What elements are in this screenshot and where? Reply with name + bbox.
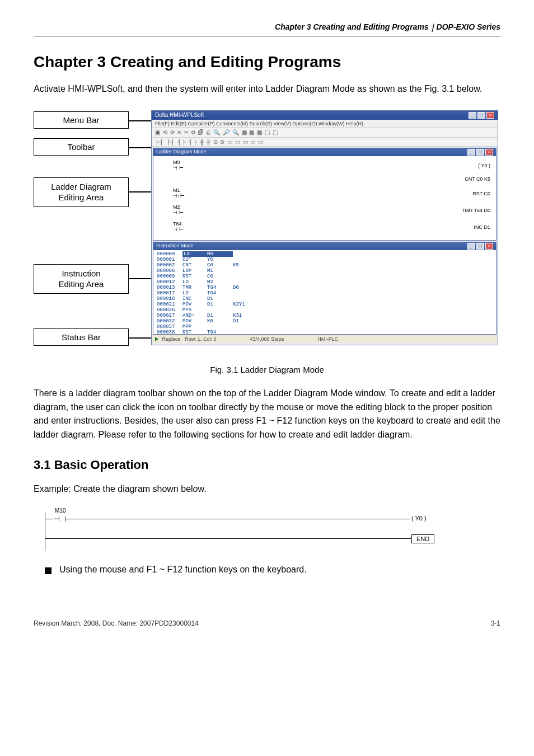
instruction-row: 000021MOVD1K2Y1 — [157, 302, 493, 307]
instruction-row: 000013TMRT64D0 — [157, 285, 493, 290]
chapter-title: Chapter 3 Creating and Editing Programs — [34, 53, 500, 71]
ladder-title-text: Ladder Diagram Mode — [156, 149, 207, 156]
instruction-row: 000018INCD1 — [157, 296, 493, 302]
label-line2: Editing Area — [59, 279, 104, 289]
wire — [45, 538, 411, 539]
instruction-row: 000006LDPM1 — [157, 268, 493, 274]
toolbar-row-2[interactable]: ├┤ ├┤ ┤├ ┤├ ╫ ╫ ⊙ ⊖ ▭ ▭ ▭ ▭ ▭ — [152, 138, 498, 147]
ladder-instr: TMR T64 D0 — [462, 208, 490, 213]
close-icon[interactable]: × — [486, 112, 494, 119]
contact-label: T64 — [173, 221, 182, 227]
label-toolbar: Toolbar — [34, 138, 129, 156]
label-instruction-area: Instruction Editing Area — [34, 264, 129, 294]
wire — [45, 519, 53, 519]
instruction-row: 000037MPP — [157, 324, 493, 330]
label-line1: Ladder Diagram — [51, 182, 111, 191]
menu-bar[interactable]: File(F) Edit(E) Compiler(P) Comments(M) … — [152, 120, 498, 128]
ladder-coil: ( Y0 ) — [478, 163, 490, 168]
instruction-row: 000026MPS — [157, 307, 493, 313]
contact-label: M1 — [173, 187, 180, 193]
contact-label: M2 — [173, 204, 180, 210]
instruction-row: 000032MOVK0D1 — [157, 318, 493, 324]
example-end: END — [411, 534, 434, 543]
label-ladder-area: Ladder Diagram Editing Area — [34, 177, 129, 207]
ladder-contact: M1⊣↑⊢ — [173, 187, 185, 199]
status-position: Row: 1, Col: 0 — [185, 336, 217, 342]
close-icon[interactable]: × — [485, 243, 493, 250]
label-menu-bar: Menu Bar — [34, 111, 129, 129]
square-bullet-icon — [45, 567, 51, 574]
instruction-window: Instruction Mode _ □ × 000000LDM0000001O… — [153, 242, 496, 335]
label-line1: Instruction — [62, 269, 100, 278]
ladder-instr: RST C0 — [472, 191, 490, 196]
instruction-row: 000000LDM0 — [157, 251, 493, 257]
label-line2: Editing Area — [59, 192, 104, 202]
contact-label: M0 — [173, 159, 180, 165]
rail-left — [45, 512, 45, 551]
body-paragraph: There is a ladder diagram toolbar shown … — [34, 387, 500, 442]
running-header: Chapter 3 Creating and Editing Programs｜… — [34, 22, 500, 36]
ladder-contact: M0⊣ ⊢ — [173, 159, 184, 171]
maximize-icon[interactable]: □ — [477, 112, 485, 119]
ladder-window: Ladder Diagram Mode _ □ × M0⊣ ⊢ ( Y0 ) C… — [153, 148, 496, 241]
status-mode: Replace — [162, 336, 181, 342]
instruction-row: 000027AND=D1K31 — [157, 313, 493, 318]
window-controls: _ □ × — [467, 243, 493, 250]
status-steps: 43/4,000 Steps — [250, 336, 284, 342]
instruction-row: 000038RSTT64 — [157, 330, 493, 334]
instruction-editing-area[interactable]: 000000LDM0000001OUTY0000002CNTC0K5000006… — [153, 250, 496, 334]
instruction-row: 000017LDT64 — [157, 290, 493, 296]
window-controls: _ □ × — [469, 112, 494, 119]
window-controls: _ □ × — [467, 149, 493, 156]
ladder-instr: INC D1 — [474, 224, 490, 230]
maximize-icon[interactable]: □ — [476, 149, 484, 156]
minimize-icon[interactable]: _ — [469, 112, 476, 119]
bullet-text: Using the mouse and F1 ~ F12 function ke… — [59, 565, 307, 575]
footer-revision: Revision March, 2008, Doc. Name: 2007PDD… — [34, 619, 199, 627]
play-icon — [155, 337, 158, 341]
ladder-contact: T64⊣ ⊢ — [173, 221, 184, 232]
bullet-item: Using the mouse and F1 ~ F12 function ke… — [45, 565, 500, 575]
page-footer: Revision March, 2008, Doc. Name: 2007PDD… — [34, 619, 500, 627]
instruction-window-title: Instruction Mode _ □ × — [153, 242, 496, 250]
app-title: Delta HMI-WPLSoft — [155, 112, 204, 118]
minimize-icon[interactable]: _ — [467, 243, 475, 250]
figure-caption: Fig. 3.1 Ladder Diagram Mode — [34, 365, 500, 374]
ladder-editing-area[interactable]: M0⊣ ⊢ ( Y0 ) CNT C0 K5 M1⊣↑⊢ RST C0 M2⊣ … — [153, 156, 496, 240]
example-coil: ( Y0 ) — [411, 515, 427, 522]
instr-title-text: Instruction Mode — [156, 243, 194, 250]
example-intro: Example: Create the diagram shown below. — [34, 482, 500, 496]
window-titlebar: Delta HMI-WPLSoft _ □ × — [152, 111, 498, 120]
ladder-instr: CNT C0 K5 — [465, 176, 490, 182]
instruction-row: 000009RSTC0 — [157, 274, 493, 279]
app-screenshot: Delta HMI-WPLSoft _ □ × File(F) Edit(E) … — [151, 110, 498, 345]
intro-paragraph: Activate HMI-WPLSoft, and then the syste… — [34, 82, 500, 96]
minimize-icon[interactable]: _ — [467, 149, 475, 156]
close-icon[interactable]: × — [485, 149, 493, 156]
toolbar-row-1[interactable]: ▣ ⟲ ⟳ ✕ ✂ ⧉ 🗐 ⎙ 🔍 🔎 🔍 ▦ ▦ ▦ ⬚ ⬚ — [152, 128, 498, 138]
example-ladder-diagram: M10 ⊣ ⊢ ( Y0 ) END — [45, 508, 459, 552]
example-contact-label: M10 — [55, 508, 65, 514]
instruction-row: 000012LDM2 — [157, 279, 493, 285]
maximize-icon[interactable]: □ — [476, 243, 484, 250]
status-connection: HMI-PLC — [317, 336, 338, 342]
ladder-contact: M2⊣ ⊢ — [173, 204, 184, 215]
wire — [68, 519, 410, 519]
figure-3-1: Menu Bar Toolbar Ladder Diagram Editing … — [34, 110, 500, 356]
status-bar: Replace Row: 1, Col: 0 43/4,000 Steps HM… — [152, 335, 498, 343]
instruction-row: 000002CNTC0K5 — [157, 262, 493, 268]
footer-page-number: 3-1 — [491, 619, 500, 627]
section-title: 3.1 Basic Operation — [34, 458, 500, 472]
ladder-window-title: Ladder Diagram Mode _ □ × — [153, 148, 496, 156]
label-status-bar: Status Bar — [34, 328, 129, 346]
instruction-row: 000001OUTY0 — [157, 257, 493, 262]
